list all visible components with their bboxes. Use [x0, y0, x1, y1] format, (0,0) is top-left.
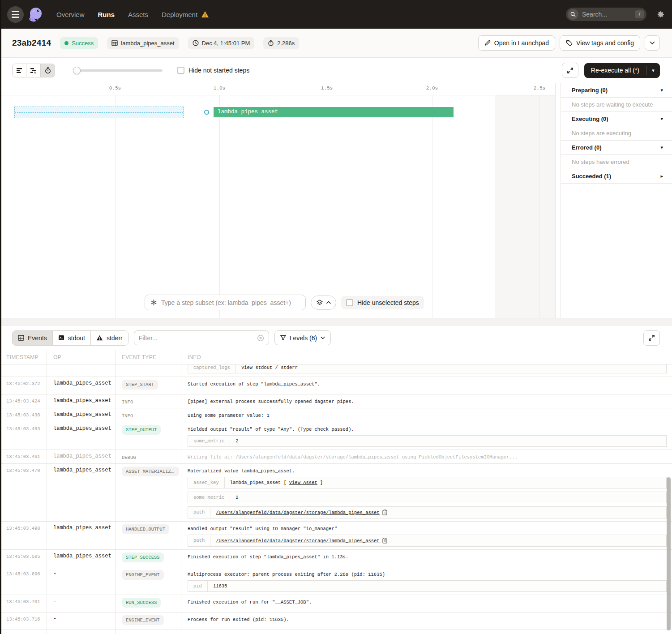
panel-splitter[interactable]: [0, 318, 672, 326]
event-op: lambda_pipes_asset: [47, 408, 116, 422]
hamburger-menu-button[interactable]: [7, 6, 24, 23]
reexecute-options-button[interactable]: ▾: [646, 63, 660, 78]
table-row[interactable]: 13:45:03.438lambda_pipes_assetINFOUsing …: [0, 408, 672, 422]
flat-view-button[interactable]: [12, 64, 26, 77]
console-icon: [58, 335, 64, 341]
search-shortcut-key: /: [635, 10, 644, 18]
sidebar-section-executing[interactable]: Executing (0) ▾: [561, 112, 672, 126]
table-scrollbar-thumb[interactable]: [667, 477, 671, 630]
table-row[interactable]: 13:45:03.505lambda_pipes_assetSTEP_SUCCE…: [0, 550, 672, 567]
sidebar-section-errored[interactable]: Errored (0) ▾: [561, 141, 672, 155]
dagster-logo[interactable]: [27, 5, 45, 23]
copy-icon[interactable]: [382, 538, 387, 544]
table-row[interactable]: 13:45:02.372lambda_pipes_assetSTEP_START…: [0, 377, 672, 394]
event-message: Multiprocess executor: parent process ex…: [188, 572, 667, 577]
log-filter-box[interactable]: [134, 330, 269, 345]
primary-nav: Overview Runs Assets Deployment: [56, 11, 209, 18]
clear-filter-icon[interactable]: [257, 334, 264, 342]
tab-stderr[interactable]: stderr: [91, 331, 128, 345]
nav-assets[interactable]: Assets: [128, 11, 148, 18]
caret-down-icon: ▾: [660, 87, 663, 93]
table-row[interactable]: 13:45:03.498lambda_pipes_assetHANDLED_OU…: [0, 522, 672, 550]
status-badge[interactable]: Success: [60, 37, 98, 49]
table-row[interactable]: 13:45:03.453lambda_pipes_assetSTEP_OUTPU…: [0, 422, 672, 450]
reexecute-all-button[interactable]: Re-execute all (*): [584, 63, 646, 78]
tab-stdout[interactable]: stdout: [53, 331, 91, 345]
gantt-step-bar[interactable]: lambda_pipes_asset: [214, 107, 454, 117]
tick-label: 2.0s: [426, 86, 438, 91]
sidebar-section-succeeded[interactable]: Succeeded (1) ▸: [561, 169, 672, 184]
table-body: captured_logsView stdout / stderr13:45:0…: [0, 364, 672, 630]
duration-chip[interactable]: 2.286s: [263, 37, 299, 49]
event-info-cell: Yielded output "result" of type "Any". (…: [181, 422, 672, 450]
event-info-cell: Using some_parameter value: 1: [181, 408, 672, 422]
hide-unselected-toggle[interactable]: Hide unselected steps: [341, 296, 424, 309]
event-level-label: INFO: [122, 412, 133, 419]
metadata-entry: pid11635: [188, 580, 667, 592]
event-type-cell: STEP_SUCCESS: [116, 550, 181, 567]
nav-deployment[interactable]: Deployment: [162, 11, 209, 18]
tab-events[interactable]: Events: [13, 331, 53, 345]
fullscreen-icon: [648, 334, 655, 341]
table-row[interactable]: 13:45:03.716-ENGINE_EVENTProcess for run…: [0, 613, 672, 630]
gantt-fullscreen-button[interactable]: [562, 63, 578, 78]
run-actions-dropdown-button[interactable]: [645, 35, 660, 51]
table-row[interactable]: 13:45:03.461lambda_pipes_assetDEBUGWriti…: [0, 450, 672, 464]
sidebar-section-preparing[interactable]: Preparing (0) ▾: [561, 83, 672, 98]
hamburger-icon: [12, 11, 19, 12]
event-message: Started execution of step "lambda_pipes_…: [188, 381, 667, 387]
event-timestamp: 13:45:02.372: [0, 377, 47, 394]
event-op: [47, 364, 116, 377]
open-in-launchpad-button[interactable]: Open in Launchpad: [478, 35, 555, 51]
event-op: lambda_pipes_asset: [47, 422, 116, 450]
nav-runs[interactable]: Runs: [98, 11, 115, 18]
fullscreen-icon: [567, 67, 574, 74]
event-message: Yielded output "result" of type "Any". (…: [188, 427, 667, 432]
metadata-value: 2: [230, 492, 244, 503]
table-row[interactable]: 13:45:03.701-RUN_SUCCESSFinished executi…: [0, 595, 672, 613]
table-row[interactable]: 13:45:03.424lambda_pipes_assetINFO[pipes…: [0, 394, 672, 408]
metadata-path-link[interactable]: /Users/alangenfeld/data/dagster/storage/…: [216, 538, 379, 544]
timed-view-button[interactable]: [41, 64, 55, 77]
hide-not-started-toggle[interactable]: Hide not started steps: [177, 67, 249, 74]
run-id: 23ab2414: [12, 38, 51, 48]
log-filter-input[interactable]: [139, 334, 253, 342]
start-time-chip[interactable]: Dec 4, 1:45:01 PM: [188, 37, 255, 49]
op-selector-icon: [150, 299, 157, 306]
view-asset-link[interactable]: View Asset: [289, 480, 317, 485]
view-tags-config-button[interactable]: View tags and config: [560, 35, 640, 51]
event-timestamp: [0, 364, 47, 377]
step-subset-inputbox[interactable]: [145, 295, 306, 310]
copy-icon[interactable]: [382, 510, 387, 515]
nav-overview[interactable]: Overview: [56, 11, 85, 18]
hide-not-started-checkbox[interactable]: [177, 67, 184, 74]
col-timestamp: TIMESTAMP: [0, 350, 47, 364]
table-row[interactable]: captured_logsView stdout / stderr: [0, 364, 672, 377]
metadata-path-link[interactable]: /Users/alangenfeld/data/dagster/storage/…: [216, 510, 379, 515]
slider-handle[interactable]: [73, 67, 81, 74]
gantt-mode-group: [12, 64, 55, 77]
table-row[interactable]: 13:45:03.470lambda_pipes_assetASSET_MATE…: [0, 464, 672, 522]
gantt-zoom-slider[interactable]: [73, 67, 163, 74]
search-icon: [568, 9, 578, 20]
pencil-icon: [484, 40, 491, 46]
event-type-cell: DEBUG: [116, 450, 181, 463]
hide-unselected-checkbox[interactable]: [346, 299, 353, 306]
settings-button[interactable]: [656, 10, 665, 19]
event-level-label: INFO: [122, 398, 133, 405]
log-fullscreen-button[interactable]: [643, 330, 660, 346]
job-tag-chip[interactable]: lambda_pipes_asset: [107, 37, 179, 49]
gantt-chart[interactable]: 0.5s 1.0s 1.5s 2.0s 2.5s lambda_pipes_as…: [0, 83, 561, 318]
event-info-cell: Finished execution of run for "__ASSET_J…: [181, 595, 672, 612]
event-op: -: [47, 613, 116, 630]
metadata-entry: captured_logsView stdout / stderr: [188, 364, 667, 373]
table-row[interactable]: 13:45:03.696-ENGINE_EVENTMultiprocess ex…: [0, 567, 672, 595]
gantt-section: 0.5s 1.0s 1.5s 2.0s 2.5s lambda_pipes_as…: [0, 83, 672, 318]
waterfall-view-button[interactable]: [26, 64, 41, 77]
levels-filter-button[interactable]: Levels (6): [274, 330, 331, 345]
graph-query-toggle-button[interactable]: [311, 296, 336, 310]
search-input[interactable]: Search... /: [566, 8, 646, 21]
chevron-down-icon: [321, 336, 325, 339]
step-subset-input[interactable]: [161, 299, 300, 306]
chevron-down-icon: [650, 41, 655, 45]
